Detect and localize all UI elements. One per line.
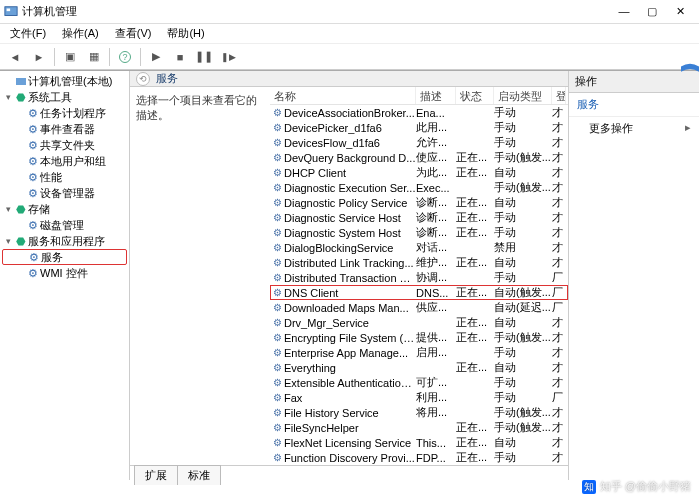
column-headers[interactable]: 名称 描述 状态 启动类型 登 [270, 87, 568, 105]
tree-item[interactable]: ▾⬣系统工具 [2, 89, 127, 105]
tree-item[interactable]: ⚙共享文件夹 [2, 137, 127, 153]
play-button[interactable]: ▶ [145, 46, 167, 68]
gear-icon: ⚙ [270, 407, 284, 418]
service-row[interactable]: ⚙DevicePicker_d1fa6此用...手动才 [270, 120, 568, 135]
tree-item[interactable]: ⚙本地用户和组 [2, 153, 127, 169]
window-title: 计算机管理 [22, 4, 609, 19]
service-row[interactable]: ⚙DHCP Client为此...正在...自动才 [270, 165, 568, 180]
menu-file[interactable]: 文件(F) [4, 24, 52, 43]
stop-button[interactable]: ■ [169, 46, 191, 68]
service-row[interactable]: ⚙Diagnostic Execution Ser...Exec...手动(触发… [270, 180, 568, 195]
menu-help[interactable]: 帮助(H) [161, 24, 210, 43]
col-logon[interactable]: 登 [552, 87, 566, 104]
decoration-icon [681, 60, 699, 80]
gear-icon: ⚙ [270, 167, 284, 178]
tree-item[interactable]: ⚙事件查看器 [2, 121, 127, 137]
gear-icon: ⚙ [270, 152, 284, 163]
gear-icon: ⚙ [270, 332, 284, 343]
help-button[interactable]: ? [114, 46, 136, 68]
nav-tree[interactable]: 计算机管理(本地)▾⬣系统工具⚙任务计划程序⚙事件查看器⚙共享文件夹⚙本地用户和… [0, 71, 130, 480]
service-row[interactable]: ⚙Encrypting File System (E...提供...正在...手… [270, 330, 568, 345]
restart-button[interactable]: ❚▶ [217, 46, 239, 68]
app-icon [4, 5, 18, 19]
service-row[interactable]: ⚙Distributed Link Tracking...维护...正在...自… [270, 255, 568, 270]
gear-icon: ⚙ [270, 392, 284, 403]
gear-icon: ⚙ [270, 137, 284, 148]
gear-icon: ⚙ [270, 182, 284, 193]
gear-icon: ⚙ [270, 287, 284, 298]
col-start[interactable]: 启动类型 [494, 87, 552, 104]
svg-rect-2 [16, 78, 26, 85]
content-title: 服务 [156, 71, 178, 86]
close-button[interactable]: ✕ [673, 5, 687, 18]
actions-more[interactable]: 更多操作 ▸ [569, 117, 699, 140]
tree-item[interactable]: ⚙性能 [2, 169, 127, 185]
gear-icon: ⚙ [270, 422, 284, 433]
service-row[interactable]: ⚙Diagnostic Service Host诊断...正在...手动才 [270, 210, 568, 225]
menu-view[interactable]: 查看(V) [109, 24, 158, 43]
col-desc[interactable]: 描述 [416, 87, 456, 104]
tree-item[interactable]: ⚙服务 [2, 249, 127, 265]
actions-header: 操作 [569, 71, 699, 93]
tab-standard[interactable]: 标准 [177, 465, 221, 485]
back-button[interactable]: ◄ [4, 46, 26, 68]
tree-item[interactable]: 计算机管理(本地) [2, 73, 127, 89]
service-row[interactable]: ⚙Diagnostic Policy Service诊断...正在...自动才 [270, 195, 568, 210]
forward-button[interactable]: ► [28, 46, 50, 68]
toolbar: ◄ ► ▣ ▦ ? ▶ ■ ❚❚ ❚▶ [0, 44, 699, 70]
service-row[interactable]: ⚙DNS ClientDNS...正在...自动(触发...厂 [270, 285, 568, 300]
service-row[interactable]: ⚙Distributed Transaction C...协调...手动厂 [270, 270, 568, 285]
service-row[interactable]: ⚙FileSyncHelper正在...手动(触发...才 [270, 420, 568, 435]
tree-item[interactable]: ▾⬣服务和应用程序 [2, 233, 127, 249]
gear-icon: ⚙ [270, 227, 284, 238]
service-row[interactable]: ⚙Function Discovery Provi...FDP...正在...手… [270, 450, 568, 465]
gear-icon: ⚙ [270, 212, 284, 223]
service-row[interactable]: ⚙DialogBlockingService对话...禁用才 [270, 240, 568, 255]
service-row[interactable]: ⚙Extensible Authentication...可扩...手动才 [270, 375, 568, 390]
service-row[interactable]: ⚙Downloaded Maps Man...供应...自动(延迟...厂 [270, 300, 568, 315]
tree-item[interactable]: ⚙磁盘管理 [2, 217, 127, 233]
service-row[interactable]: ⚙FlexNet Licensing ServiceThis...正在...自动… [270, 435, 568, 450]
gear-icon: ⚙ [270, 122, 284, 133]
tree-item[interactable]: ▾⬣存储 [2, 201, 127, 217]
up-button[interactable]: ▣ [59, 46, 81, 68]
service-row[interactable]: ⚙DevQuery Background D...使应...正在...手动(触发… [270, 150, 568, 165]
tree-item[interactable]: ⚙设备管理器 [2, 185, 127, 201]
maximize-button[interactable]: ▢ [645, 5, 659, 18]
gear-icon: ⚙ [270, 317, 284, 328]
service-row[interactable]: ⚙Diagnostic System Host诊断...正在...手动才 [270, 225, 568, 240]
refresh-icon[interactable]: ⟲ [136, 72, 150, 86]
actions-pane: 操作 服务 更多操作 ▸ [569, 71, 699, 480]
gear-icon: ⚙ [270, 242, 284, 253]
service-row[interactable]: ⚙Drv_Mgr_Service正在...自动才 [270, 315, 568, 330]
tree-item[interactable]: ⚙任务计划程序 [2, 105, 127, 121]
gear-icon: ⚙ [270, 362, 284, 373]
tab-extended[interactable]: 扩展 [134, 465, 178, 485]
gear-icon: ⚙ [270, 347, 284, 358]
service-row[interactable]: ⚙DeviceAssociationBroker...Ena...手动才 [270, 105, 568, 120]
service-row[interactable]: ⚙File History Service将用...手动(触发...才 [270, 405, 568, 420]
pause-button[interactable]: ❚❚ [193, 46, 215, 68]
properties-button[interactable]: ▦ [83, 46, 105, 68]
gear-icon: ⚙ [270, 257, 284, 268]
service-row[interactable]: ⚙Fax利用...手动厂 [270, 390, 568, 405]
menu-action[interactable]: 操作(A) [56, 24, 105, 43]
tree-item[interactable]: ⚙WMI 控件 [2, 265, 127, 281]
minimize-button[interactable]: — [617, 5, 631, 18]
zhihu-icon: 知 [582, 480, 596, 494]
service-row[interactable]: ⚙Everything正在...自动才 [270, 360, 568, 375]
title-bar: 计算机管理 — ▢ ✕ [0, 0, 699, 24]
description-pane: 选择一个项目来查看它的描述。 [130, 87, 270, 465]
svg-rect-1 [7, 8, 11, 11]
gear-icon: ⚙ [270, 272, 284, 283]
description-text: 选择一个项目来查看它的描述。 [136, 93, 264, 123]
service-row[interactable]: ⚙Enterprise App Manage...启用...手动才 [270, 345, 568, 360]
col-name[interactable]: 名称 [270, 87, 416, 104]
chevron-right-icon: ▸ [685, 121, 691, 134]
content-header: ⟲ 服务 [130, 71, 568, 87]
gear-icon: ⚙ [270, 452, 284, 463]
content-pane: ⟲ 服务 选择一个项目来查看它的描述。 名称 描述 状态 启动类型 登 ⚙Dev… [130, 71, 569, 480]
col-status[interactable]: 状态 [456, 87, 494, 104]
services-list[interactable]: 名称 描述 状态 启动类型 登 ⚙DeviceAssociationBroker… [270, 87, 568, 465]
service-row[interactable]: ⚙DevicesFlow_d1fa6允许...手动才 [270, 135, 568, 150]
